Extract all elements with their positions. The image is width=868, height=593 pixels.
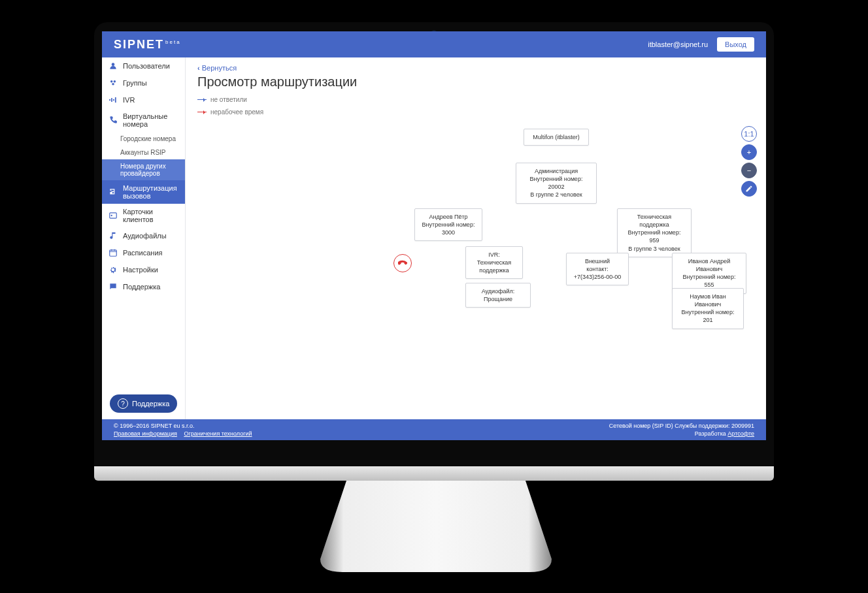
legend-no-answer: не ответили: [197, 96, 754, 103]
sidebar-item-ivr[interactable]: IVR: [102, 91, 185, 108]
node-text: Иванов Андрей Иванович: [679, 257, 739, 273]
arrow-blue-icon: [197, 99, 207, 100]
legend: не ответили нерабочее время: [186, 96, 766, 121]
sidebar-item-label: Поддержка: [123, 283, 160, 291]
logout-button[interactable]: Выход: [717, 37, 754, 52]
brand-text: SIPNET: [114, 38, 164, 51]
node-text: Техническая поддержка: [624, 213, 684, 229]
sidebar-item-virtual-numbers[interactable]: Виртуальные номера: [102, 108, 185, 132]
node-line: Внутренний номер: 555: [679, 273, 739, 289]
legend-label: не ответили: [210, 96, 247, 103]
support-widget[interactable]: ? Поддержка: [110, 394, 177, 413]
legend-off-hours: нерабочее время: [197, 108, 754, 116]
node-line: В группе 3 человек: [624, 245, 684, 253]
sidebar-item-routing[interactable]: Маршрутизация вызовов: [102, 180, 185, 204]
arrow-red-icon: [197, 112, 207, 112]
tech-limits-link[interactable]: Ограничения технологий: [184, 430, 252, 437]
svg-rect-6: [115, 97, 116, 103]
zoom-out-button[interactable]: −: [741, 163, 757, 178]
support-widget-label: Поддержка: [132, 400, 169, 408]
connectors: [186, 121, 382, 219]
sidebar-sub-rsip[interactable]: Аккаунты RSIP: [102, 146, 185, 159]
sidebar-item-label: Виртуальные номера: [123, 112, 178, 128]
phone-icon: [108, 116, 118, 125]
legend-label: нерабочее время: [210, 108, 263, 116]
routing-diagram[interactable]: Multifon (itblaster) Администрация Внутр…: [186, 121, 766, 419]
svg-rect-9: [110, 250, 117, 256]
sidebar-item-label: Пользователи: [123, 62, 170, 70]
user-email[interactable]: itblaster@sipnet.ru: [648, 40, 708, 48]
sidebar-item-label: Аудиофайлы: [123, 232, 167, 240]
developed-by: Разработка Артсофте: [609, 430, 754, 437]
back-link[interactable]: Вернуться: [186, 57, 766, 74]
support-icon: [108, 282, 118, 291]
ivr-icon: [108, 95, 118, 104]
sidebar-item-label: IVR: [123, 96, 135, 104]
brand-logo[interactable]: SIPNETbeta: [114, 38, 181, 52]
node-hangup[interactable]: [393, 254, 412, 272]
zoom-fit-button[interactable]: 1:1: [741, 126, 757, 142]
hangup-icon: [398, 259, 407, 268]
node-text: Внешний контакт:: [573, 257, 622, 273]
header-bar: SIPNETbeta itblaster@sipnet.ru Выход: [102, 31, 766, 57]
sidebar-item-label: Маршрутизация вызовов: [123, 184, 178, 200]
svg-rect-5: [113, 99, 114, 101]
node-naumov[interactable]: Наумов Иван Иванович Внутренний номер: 2…: [672, 288, 744, 329]
sidebar-sub-other-providers[interactable]: Номера других провайдеров: [102, 159, 185, 180]
node-line: Внутренний номер: 201: [679, 308, 737, 324]
sidebar-item-cards[interactable]: Карточки клиентов: [102, 204, 185, 227]
svg-rect-3: [109, 99, 110, 101]
sidebar-item-users[interactable]: Пользователи: [102, 57, 185, 74]
node-ext-contact[interactable]: Внешний контакт: +7(343)256-00-00: [566, 253, 629, 285]
diagram-tools: 1:1 + −: [741, 126, 757, 197]
node-line: Внутренний номер: 959: [624, 229, 684, 244]
sidebar-item-label: Настройки: [123, 266, 158, 274]
legal-link[interactable]: Правовая информация: [114, 430, 177, 437]
node-andreev[interactable]: Андреев Пётр Внутренний номер: 3000: [414, 208, 482, 241]
node-ivr[interactable]: IVR: Техническая поддержка: [465, 246, 523, 279]
sidebar: Пользователи Группы IVR Виртуальные номе…: [102, 57, 186, 419]
groups-icon: [108, 78, 118, 88]
node-text: IVR: Техническая поддержка: [473, 251, 516, 274]
content-area: Вернуться Просмотр маршрутизации не отве…: [186, 57, 766, 419]
sidebar-sub-city-numbers[interactable]: Городские номера: [102, 132, 185, 146]
node-root[interactable]: Multifon (itblaster): [524, 129, 589, 146]
sidebar-item-schedule[interactable]: Расписания: [102, 244, 185, 261]
svg-point-8: [111, 215, 112, 216]
sidebar-item-label: Карточки клиентов: [123, 208, 178, 223]
brand-beta: beta: [165, 39, 181, 45]
node-text: Андреев Пётр: [422, 213, 475, 221]
dev-prefix: Разработка: [695, 430, 727, 437]
monitor-stand: [320, 481, 552, 572]
svg-point-2: [112, 83, 114, 86]
node-audio[interactable]: Аудиофайл: Прощание: [465, 283, 531, 308]
dev-link[interactable]: Артсофте: [727, 430, 754, 437]
zoom-in-button[interactable]: +: [741, 144, 757, 160]
svg-point-0: [110, 80, 113, 83]
edit-button[interactable]: [741, 181, 757, 197]
gear-icon: [108, 265, 118, 274]
node-line: В группе 2 человек: [523, 191, 590, 199]
pencil-icon: [745, 185, 753, 193]
svg-point-1: [114, 80, 116, 83]
sidebar-item-groups[interactable]: Группы: [102, 74, 185, 91]
node-line: Внутренний номер: 20002: [523, 175, 590, 191]
svg-rect-4: [111, 98, 112, 102]
sidebar-item-settings[interactable]: Настройки: [102, 261, 185, 278]
schedule-icon: [108, 248, 118, 257]
screen: SIPNETbeta itblaster@sipnet.ru Выход Пол…: [102, 31, 766, 440]
node-line: +7(343)256-00-00: [573, 273, 622, 281]
sidebar-item-label: Группы: [123, 79, 147, 87]
sidebar-item-support[interactable]: Поддержка: [102, 278, 185, 295]
node-admin[interactable]: Администрация Внутренний номер: 20002 В …: [516, 163, 597, 204]
support-sip-id: Сетевой номер (SIP ID) Службы поддержки:…: [609, 423, 754, 429]
sidebar-item-audio[interactable]: Аудиофайлы: [102, 227, 185, 244]
page-title: Просмотр маршрутизации: [186, 74, 766, 96]
footer-bar: © 1996–2016 SIPNET eu s.r.o. Правовая ин…: [102, 419, 766, 440]
question-icon: ?: [118, 398, 128, 409]
copyright-text: © 1996–2016 SIPNET eu s.r.o.: [114, 423, 258, 429]
node-text: Наумов Иван Иванович: [679, 293, 737, 308]
node-tech[interactable]: Техническая поддержка Внутренний номер: …: [617, 208, 692, 257]
cards-icon: [108, 211, 118, 220]
node-text: Multifon (itblaster): [531, 133, 582, 141]
